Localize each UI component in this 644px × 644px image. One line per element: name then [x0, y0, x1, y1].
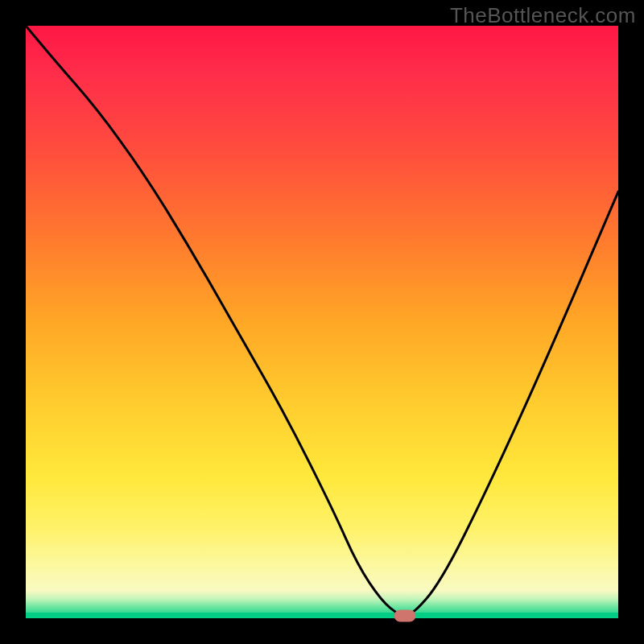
- watermark-text: TheBottleneck.com: [450, 3, 636, 28]
- bottleneck-curve-path: [26, 26, 618, 616]
- chart-frame: TheBottleneck.com: [0, 0, 644, 644]
- plot-area: [26, 26, 618, 618]
- optimal-marker: [394, 610, 415, 621]
- bottleneck-curve-svg: [26, 26, 618, 618]
